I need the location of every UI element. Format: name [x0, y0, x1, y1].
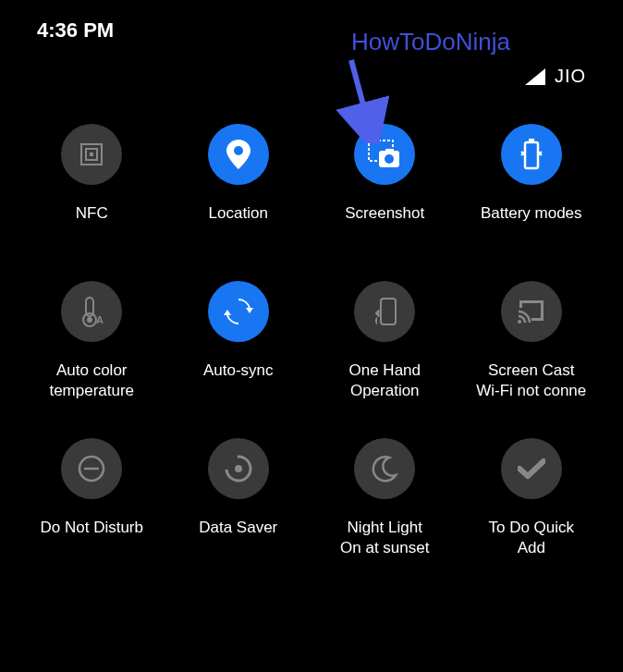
battery-icon — [501, 124, 562, 185]
tile-label: One Hand Operation — [349, 360, 421, 401]
nfc-icon — [61, 124, 122, 185]
tile-screen-cast[interactable]: Screen Cast Wi-Fi not conne — [458, 281, 605, 401]
tile-auto-color-temperature[interactable]: A Auto color temperature — [18, 281, 165, 401]
status-bar: 4:36 PM — [0, 0, 623, 52]
tile-battery-modes[interactable]: Battery modes — [458, 124, 605, 244]
tile-label: Screenshot — [345, 203, 424, 244]
svg-line-1 — [351, 60, 370, 129]
svg-rect-17 — [381, 299, 396, 324]
dnd-icon — [61, 438, 122, 499]
carrier-label: JIO — [555, 66, 586, 87]
svg-text:A: A — [96, 314, 104, 325]
svg-point-6 — [234, 146, 243, 155]
tile-label: Night Light On at sunset — [340, 518, 429, 558]
one-hand-icon — [354, 281, 415, 342]
tile-do-not-disturb[interactable]: Do Not Disturb — [18, 438, 165, 558]
tile-label: Auto color temperature — [49, 360, 134, 401]
svg-rect-5 — [90, 153, 93, 156]
tile-label: NFC — [76, 203, 108, 244]
tile-label: Location — [209, 203, 268, 244]
annotation-arrow — [305, 51, 397, 143]
moon-icon — [354, 438, 415, 499]
tile-label: Data Saver — [199, 518, 277, 558]
data-saver-icon — [208, 438, 269, 499]
svg-point-18 — [518, 320, 521, 324]
tile-location[interactable]: Location — [165, 124, 312, 244]
svg-marker-2 — [525, 68, 545, 85]
signal-icon — [525, 68, 545, 85]
tile-data-saver[interactable]: Data Saver — [165, 438, 312, 558]
svg-rect-12 — [529, 139, 534, 142]
location-icon — [208, 124, 269, 185]
sync-icon — [208, 281, 269, 342]
tile-label: Battery modes — [481, 203, 582, 244]
tile-label: To Do Quick Add — [488, 518, 574, 558]
svg-point-15 — [87, 317, 92, 323]
tile-label: Auto-sync — [203, 360, 274, 401]
tile-nfc[interactable]: NFC — [18, 124, 165, 244]
checkmark-icon — [501, 438, 562, 499]
tile-auto-sync[interactable]: Auto-sync — [165, 281, 312, 401]
tile-label: Do Not Disturb — [41, 518, 143, 558]
svg-point-9 — [385, 154, 394, 164]
tile-night-light[interactable]: Night Light On at sunset — [312, 438, 458, 558]
svg-rect-10 — [385, 149, 393, 153]
thermometer-icon: A — [61, 281, 122, 342]
svg-rect-11 — [525, 142, 538, 168]
quick-settings-grid: NFC Location Screenshot — [0, 105, 623, 577]
annotation-text: HowToDoNinja — [351, 28, 510, 56]
cast-icon — [501, 281, 562, 342]
tile-one-hand-operation[interactable]: One Hand Operation — [312, 281, 458, 401]
time-label: 4:36 PM — [37, 18, 114, 43]
tile-todo-quick-add[interactable]: To Do Quick Add — [458, 438, 605, 558]
tile-label: Screen Cast Wi-Fi not conne — [476, 360, 586, 401]
svg-point-22 — [235, 465, 242, 472]
